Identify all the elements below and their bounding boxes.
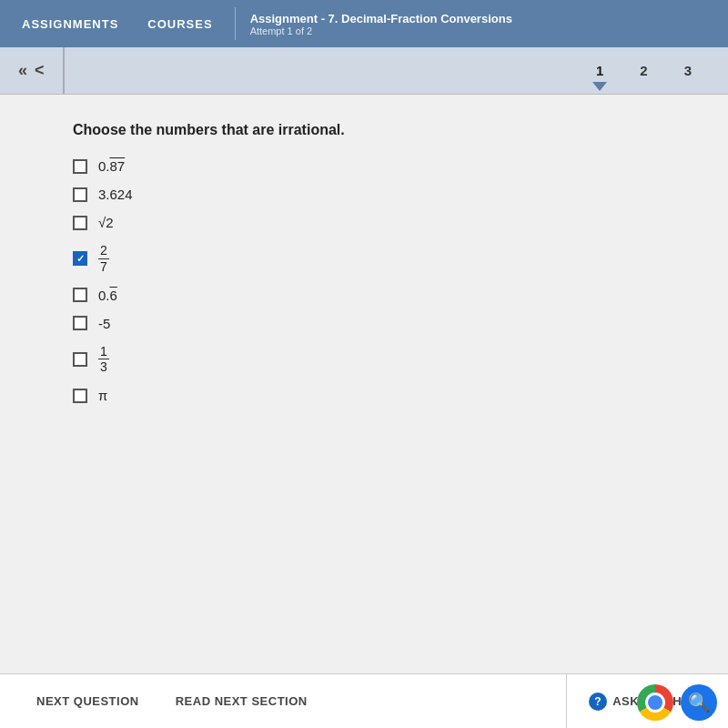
option-label-2: 3.624 xyxy=(98,187,133,202)
option-label-5: 0.6 xyxy=(98,288,117,303)
options-list: 0.87 3.624 √2 2 7 0.6 xyxy=(73,158,655,403)
question-numbers: 1 2 3 xyxy=(596,63,728,78)
option-7[interactable]: 1 3 xyxy=(73,344,655,376)
search-app-icon[interactable]: 🔍 xyxy=(681,684,717,721)
main-content: Choose the numbers that are irrational. … xyxy=(0,95,728,677)
question-number-2[interactable]: 2 xyxy=(640,63,647,78)
bottom-bar: NEXT QUESTION READ NEXT SECTION ? ASK FO… xyxy=(0,673,728,728)
option-label-6: -5 xyxy=(98,316,110,331)
option-label-4: 2 7 xyxy=(98,243,109,275)
question-number-3[interactable]: 3 xyxy=(684,63,692,78)
read-next-section-button[interactable]: READ NEXT SECTION xyxy=(176,694,308,708)
nav-left: ASSIGNMENTS COURSES xyxy=(0,0,235,47)
nav-arrows: « < xyxy=(0,47,65,94)
next-question-button[interactable]: NEXT QUESTION xyxy=(36,694,139,708)
help-icon: ? xyxy=(589,693,607,711)
checkbox-8[interactable] xyxy=(73,389,87,403)
second-row: « < 1 2 3 xyxy=(0,47,728,95)
option-4[interactable]: 2 7 xyxy=(73,243,655,275)
top-navigation: ASSIGNMENTS COURSES Assignment - 7. Deci… xyxy=(0,0,728,47)
checkbox-5[interactable] xyxy=(73,288,87,302)
checkbox-7[interactable] xyxy=(73,352,87,367)
option-label-3: √2 xyxy=(98,215,114,230)
bottom-left: NEXT QUESTION READ NEXT SECTION xyxy=(0,694,566,708)
courses-nav[interactable]: COURSES xyxy=(147,17,212,31)
assignments-nav[interactable]: ASSIGNMENTS xyxy=(22,17,118,31)
checkbox-2[interactable] xyxy=(73,187,87,202)
checkbox-4[interactable] xyxy=(73,251,87,266)
option-6[interactable]: -5 xyxy=(73,316,655,331)
option-label-7: 1 3 xyxy=(98,344,109,376)
option-5[interactable]: 0.6 xyxy=(73,288,655,303)
question-number-1[interactable]: 1 xyxy=(596,63,603,78)
back-single-btn[interactable]: < xyxy=(35,61,45,80)
checkbox-1[interactable] xyxy=(73,159,87,174)
browser-icons: 🔍 xyxy=(626,677,728,728)
assignment-title: Assignment - 7. Decimal-Fraction Convers… xyxy=(250,12,512,25)
chrome-icon[interactable] xyxy=(637,684,673,721)
attempt-label: Attempt 1 of 2 xyxy=(250,25,512,36)
option-label-1: 0.87 xyxy=(98,158,125,174)
option-label-8: π xyxy=(98,388,107,403)
question-text: Choose the numbers that are irrational. xyxy=(73,122,655,138)
option-8[interactable]: π xyxy=(73,388,655,403)
option-3[interactable]: √2 xyxy=(73,215,655,230)
checkbox-6[interactable] xyxy=(73,316,87,330)
option-2[interactable]: 3.624 xyxy=(73,187,655,202)
option-1[interactable]: 0.87 xyxy=(73,158,655,174)
checkbox-3[interactable] xyxy=(73,216,87,230)
back-double-btn[interactable]: « xyxy=(18,61,27,80)
assignment-info: Assignment - 7. Decimal-Fraction Convers… xyxy=(236,0,527,47)
